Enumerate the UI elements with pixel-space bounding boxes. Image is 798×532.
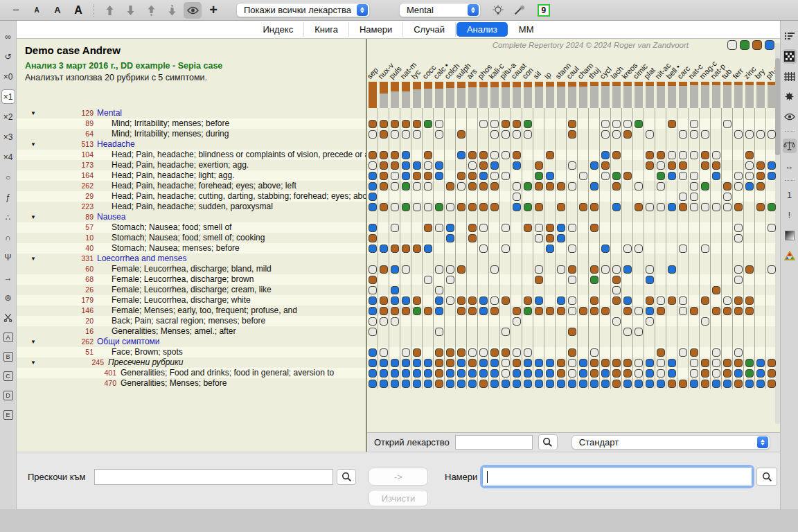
rubric-row[interactable]: 57Stomach; Nausea; food; smell of <box>17 222 366 233</box>
count-badge[interactable]: 9 <box>538 4 550 17</box>
view-standard-dropdown[interactable]: Стандарт <box>571 435 770 450</box>
exclamation-icon[interactable]: ! <box>783 208 797 222</box>
reset-icon[interactable]: ↺ <box>1 49 15 64</box>
arrow-right-icon[interactable]: → <box>1 270 15 285</box>
tab-случай[interactable]: Случай <box>403 22 456 37</box>
rubric-row[interactable]: ▼331Loecorrhea and menses <box>17 254 366 264</box>
symptom-filter-dropdown[interactable]: Mental <box>399 3 481 17</box>
rubric-row[interactable]: ▼262Общи симптоми <box>17 337 366 347</box>
remedy-dot <box>391 245 399 253</box>
move-down-icon[interactable] <box>121 2 139 19</box>
remedy-dot <box>690 307 698 315</box>
arc-icon[interactable]: ∩ <box>1 230 15 245</box>
remedy-dot <box>612 276 621 284</box>
target-icon[interactable]: ⊚ <box>1 290 15 305</box>
rubric-row[interactable]: 16Generalities; Menses; amel.; after <box>17 326 366 337</box>
zoom-x1-icon[interactable]: ×1 <box>1 89 15 104</box>
rubric-row[interactable]: 29Head; Pain, headache; cutting, darting… <box>17 191 366 202</box>
grid-scrollbar-thumb[interactable] <box>775 58 780 155</box>
rubric-row[interactable]: 470Generalities; Menses; before <box>17 378 366 389</box>
move-bottom-icon[interactable] <box>163 2 181 19</box>
remedy-dot <box>590 380 598 388</box>
tab-индекс[interactable]: Индекс <box>253 22 305 37</box>
rubric-label: Back; Pain; sacral region; menses; befor… <box>112 316 265 326</box>
tab-намери[interactable]: Намери <box>349 22 403 37</box>
h-arrow-icon[interactable]: ↔ <box>783 159 797 173</box>
rubric-row[interactable]: ▼89Nausea <box>17 212 366 222</box>
tab-книга[interactable]: Книга <box>304 22 349 37</box>
jump-to-search-button[interactable] <box>337 469 356 485</box>
dots-icon[interactable]: ∴ <box>1 210 15 224</box>
zoom-x0-icon[interactable]: ×0 <box>1 69 15 84</box>
bookmark-a-icon[interactable]: A <box>3 332 13 342</box>
scissors-icon[interactable] <box>1 310 15 325</box>
show-hide-eye-icon[interactable] <box>184 2 202 19</box>
grid-scrollbar-track[interactable] <box>775 43 780 424</box>
leaf-icon[interactable] <box>783 89 797 104</box>
font-small-button[interactable]: A <box>28 2 46 19</box>
find-input[interactable] <box>483 468 752 486</box>
rubric-row[interactable]: 223Head; Pain, headache; sudden, paroxys… <box>17 202 366 212</box>
rubric-row[interactable]: 26Female; Leucorrhea, discharge; cream, … <box>17 285 366 295</box>
rubric-row[interactable]: 146Female; Menses; early, too, frequent;… <box>17 305 366 316</box>
rubric-row[interactable]: 179Female; Leucorrhea, discharge; white <box>17 295 366 305</box>
find-search-button[interactable] <box>756 468 777 486</box>
show-remedies-dropdown[interactable]: Покажи всички лекарства <box>236 3 370 17</box>
remedy-column-header[interactable]: ip <box>542 71 553 80</box>
bulb-icon[interactable] <box>489 2 507 19</box>
rubric-row[interactable]: 10Stomach; Nausea; food; smell of; cooki… <box>17 233 366 243</box>
rubric-row[interactable]: 68Female; Leucorrhea, discharge; brown <box>17 274 366 285</box>
rubric-row[interactable]: 40Stomach; Nausea; menses; before <box>17 243 366 254</box>
zoom-x4-icon[interactable]: ×4 <box>1 150 15 164</box>
rubric-row[interactable]: 164Head; Pain, headache; light; agg. <box>17 170 366 181</box>
function-icon[interactable]: ƒ <box>1 190 15 204</box>
link-icon[interactable]: ∞ <box>1 29 15 44</box>
psi-icon[interactable]: Ψ <box>1 250 15 265</box>
rubric-row[interactable]: 104Head; Pain, headache; blindness or co… <box>17 150 366 160</box>
balance-icon[interactable] <box>783 139 797 153</box>
remedy-dot <box>391 120 399 128</box>
remove-rubric-button[interactable]: − <box>7 2 25 19</box>
rubric-row[interactable]: 262Head; Pain, headache; forehead; eyes;… <box>17 181 366 191</box>
magic-wand-icon[interactable] <box>510 2 528 19</box>
move-up-icon[interactable] <box>100 2 118 19</box>
list-view-icon[interactable] <box>783 29 797 44</box>
zoom-x3-icon[interactable]: ×3 <box>1 130 15 144</box>
find-remedy-search-button[interactable] <box>538 434 558 450</box>
prism-icon[interactable] <box>783 248 797 263</box>
bookmark-b-icon[interactable]: B <box>3 352 13 362</box>
forward-button[interactable]: -> <box>369 468 428 486</box>
rubric-row[interactable]: ▼129Mental <box>17 108 366 118</box>
remedy-dot <box>712 307 720 315</box>
remedy-dot <box>446 369 454 378</box>
jump-to-input[interactable] <box>94 469 333 485</box>
font-medium-button[interactable]: A <box>48 2 66 19</box>
bookmark-c-icon[interactable]: C <box>3 371 13 381</box>
tab-mm[interactable]: MM <box>508 22 544 37</box>
rubric-row[interactable]: 51Face; Brown; spots <box>17 347 366 357</box>
rubric-row[interactable]: 20Back; Pain; sacral region; menses; bef… <box>17 316 366 326</box>
font-large-button[interactable]: A <box>69 2 87 19</box>
rubric-row[interactable]: ▼245Пресечени рубрики <box>17 357 366 368</box>
rubric-row[interactable]: ▼513Headache <box>17 139 366 150</box>
rubric-row[interactable]: 401Generalities; Food and drinks; food i… <box>17 368 366 378</box>
bookmark-e-icon[interactable]: E <box>3 410 13 420</box>
bookmark-d-icon[interactable]: D <box>3 391 13 400</box>
move-top-icon[interactable] <box>142 2 160 19</box>
grade-1-icon[interactable]: 1 <box>783 188 797 202</box>
table-view-icon[interactable] <box>783 69 797 84</box>
rubric-row[interactable]: 64Mind; Irritability; menses; during <box>17 129 366 139</box>
find-remedy-input[interactable] <box>455 435 533 450</box>
rubric-row[interactable]: 89Mind; Irritability; menses; before <box>17 118 366 129</box>
eye-icon[interactable] <box>783 109 797 124</box>
tab-анализ[interactable]: Анализ <box>456 22 508 37</box>
rubric-row[interactable]: 60Female; Leucorrhea, discharge; bland, … <box>17 264 366 274</box>
column-separator <box>577 108 578 389</box>
add-rubric-button[interactable]: + <box>204 2 222 19</box>
grid-view-icon[interactable] <box>783 49 797 64</box>
clear-button[interactable]: Изчисти <box>369 490 428 506</box>
zoom-x2-icon[interactable]: ×2 <box>1 109 15 124</box>
gradient-icon[interactable] <box>783 228 797 242</box>
circle-icon[interactable]: ○ <box>1 170 15 184</box>
rubric-row[interactable]: 173Head; Pain, headache; exertion; agg. <box>17 160 366 170</box>
